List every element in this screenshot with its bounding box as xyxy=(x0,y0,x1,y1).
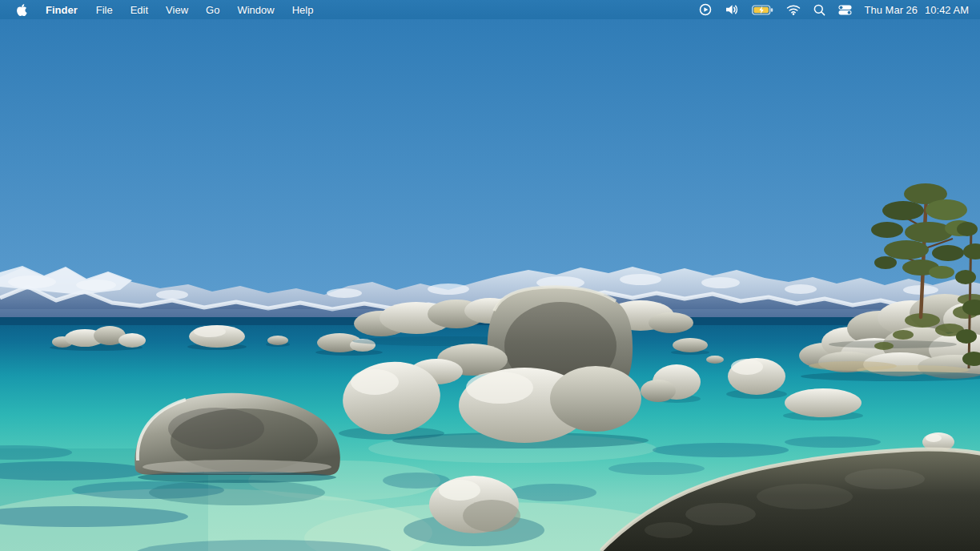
volume-menu[interactable] xyxy=(718,0,745,19)
menu-item-file[interactable]: File xyxy=(87,0,122,19)
menu-bar-status: Thu Mar 26 10:42 AM xyxy=(693,0,980,19)
wifi-icon xyxy=(786,4,801,15)
menu-bar: Finder File Edit View Go Window Help xyxy=(0,0,980,19)
battery-icon xyxy=(752,5,773,15)
wifi-menu[interactable] xyxy=(780,0,807,19)
battery-menu[interactable] xyxy=(745,0,780,19)
menu-item-window[interactable]: Window xyxy=(228,0,283,19)
now-playing-icon xyxy=(699,3,712,16)
menu-item-go[interactable]: Go xyxy=(197,0,228,19)
now-playing-menu[interactable] xyxy=(693,0,718,19)
menu-bar-left: Finder File Edit View Go Window Help xyxy=(0,0,322,19)
spotlight-icon xyxy=(813,4,825,16)
control-center-menu[interactable] xyxy=(832,0,858,19)
apple-icon xyxy=(16,3,28,17)
spotlight-menu[interactable] xyxy=(807,0,832,19)
clock-time: 10:42 AM xyxy=(925,4,969,16)
volume-icon xyxy=(725,4,739,15)
apple-menu[interactable] xyxy=(11,0,36,19)
menu-item-finder[interactable]: Finder xyxy=(36,0,87,19)
menu-bar-clock[interactable]: Thu Mar 26 10:42 AM xyxy=(858,0,972,19)
menu-item-view[interactable]: View xyxy=(157,0,197,19)
control-center-icon xyxy=(838,5,852,15)
clock-date: Thu Mar 26 xyxy=(865,4,918,16)
menu-item-help[interactable]: Help xyxy=(283,0,323,19)
lake-tahoe-wallpaper xyxy=(0,0,980,551)
menu-item-edit[interactable]: Edit xyxy=(122,0,157,19)
desktop[interactable]: Finder File Edit View Go Window Help xyxy=(0,0,980,551)
